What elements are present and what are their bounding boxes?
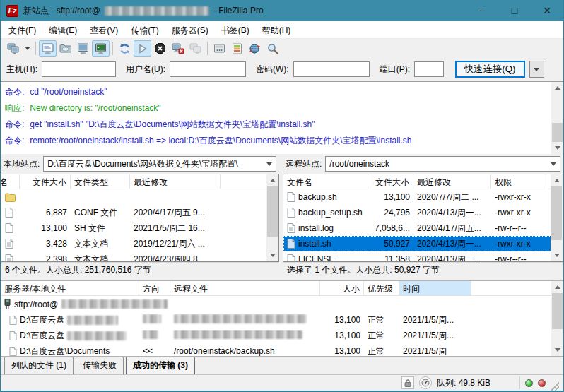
scroll-up-icon[interactable] [551,281,563,293]
column-header-filler [471,281,563,295]
column-header-perm[interactable]: 权限 [491,174,546,189]
column-header-time[interactable]: 时间 [399,281,471,295]
password-input[interactable] [293,61,370,77]
column-header-name[interactable]: 文件名 [283,174,368,189]
scrollbar-thumb[interactable] [267,186,278,237]
column-header-remote-file[interactable]: 远程文件 [170,281,320,295]
column-header-modified[interactable]: 最近修改 [130,174,221,189]
tab-queued-files[interactable]: 列队的文件 (1) [4,357,74,374]
column-header-type[interactable]: 文件类型 [71,174,130,189]
column-header-modified[interactable]: 最近修改 [413,174,491,189]
scrollbar-thumb[interactable] [552,293,563,329]
scrollbar-thumb[interactable] [552,123,563,142]
local-file-row[interactable]: 3,428 文本文档 2019/12/21/周六 ... [1,236,278,251]
menu-help[interactable]: 帮助(H) [256,21,298,38]
scroll-down-icon[interactable] [266,249,278,261]
remote-list-scrollbar[interactable] [551,174,563,261]
synchronized-browsing-icon[interactable] [246,40,264,57]
site-manager-dropdown-icon[interactable] [22,40,33,57]
scroll-down-icon[interactable] [551,344,563,356]
directory-comparison-icon[interactable] [228,40,246,57]
port-input[interactable] [414,61,444,77]
username-input[interactable] [170,61,246,77]
column-header-size[interactable]: 文件大小 [368,174,413,189]
disconnect-icon[interactable] [169,40,187,57]
scroll-up-icon[interactable] [551,82,563,94]
remote-file-row[interactable]: backup_setup.sh 24,795 2020/4/13/周一... -… [283,205,563,220]
column-header-name[interactable]: 文件名 [1,174,20,189]
local-file-row[interactable]: 6,887 CONF 文件 2020/4/17/周五 9... [1,205,278,220]
column-header-size[interactable]: 文件大小 [20,174,71,189]
local-file-row[interactable] [1,189,278,205]
file-name: install.sh [298,239,331,249]
combo-dropdown-icon[interactable] [266,162,272,166]
local-list-scrollbar[interactable] [266,174,278,261]
queue-row[interactable]: D:\百度云盘 13,100 正常 2021/1/5/周... [1,312,563,328]
menu-transfer[interactable]: 传输(T) [124,21,165,38]
scroll-down-icon[interactable] [551,249,563,261]
file-icon [287,254,295,262]
file-icon [5,208,13,218]
local-path-value: D:\百度云盘\Documents\网站数据文件夹\宝塔配置\ [47,158,237,170]
remote-file-row[interactable]: install.log 7,058,6... 2020/4/17/周五... -… [283,220,563,236]
file-icon [9,331,17,340]
minimize-button[interactable]: − [466,0,498,21]
quickconnect-dropdown-icon[interactable] [529,61,544,78]
log-scrollbar[interactable] [551,82,563,154]
speed-limits-icon[interactable] [419,376,432,389]
remote-path-combobox[interactable]: /root/oneinstack [325,156,560,172]
scrollbar-thumb[interactable] [551,186,562,240]
tab-successful-transfers[interactable]: 成功的传输 (3) [126,357,195,374]
queue-remote-file: /root/oneinstack/backup.sh [170,346,320,356]
file-size: 24,795 [368,208,413,218]
scroll-up-icon[interactable] [266,174,278,186]
queue-priority: 正常 [364,330,399,342]
local-path-combobox[interactable]: D:\百度云盘\Documents\网站数据文件夹\宝塔配置\ [43,156,276,172]
column-header-priority[interactable]: 优先级 [364,281,399,295]
file-size: 3,428 [20,239,71,249]
column-header-direction[interactable]: 方向 [139,281,170,295]
toggle-transfer-queue-icon[interactable] [92,40,110,57]
queue-server-row[interactable]: sftp://root@ [1,296,563,312]
process-queue-icon[interactable] [134,40,151,57]
resize-grip[interactable] [551,382,559,391]
quickconnect-button[interactable]: 快速连接(Q) [455,61,525,78]
local-file-row[interactable]: 13,100 SH 文件 2021/1/5/周二 16... [1,220,278,236]
local-file-row[interactable]: 2,398 文本文档 2020/4/23/周四 8 [1,251,278,262]
close-button[interactable]: ✕ [531,0,563,21]
refresh-icon[interactable] [116,40,134,57]
reconnect-icon[interactable] [187,40,204,57]
toggle-message-log-icon[interactable] [39,40,57,57]
cancel-operation-icon[interactable] [151,40,169,57]
menu-edit[interactable]: 编辑(E) [42,21,83,38]
toggle-local-tree-icon[interactable] [57,40,74,57]
queue-time: 2021/1/5/周 [399,345,471,357]
toggle-remote-tree-icon[interactable] [74,40,92,57]
scroll-down-icon[interactable] [551,142,563,154]
remote-file-row-selected[interactable]: install.sh 50,927 2020/4/13/周一... -rwxr-… [283,236,563,251]
column-header-size[interactable]: 大小 [320,281,364,295]
remote-file-row[interactable]: backup.sh 13,100 2020/7/7/周二 ... -rwxr-x… [283,189,563,205]
host-input[interactable] [42,61,116,77]
menu-server[interactable]: 服务器(S) [165,21,215,38]
site-manager-icon[interactable] [4,40,22,57]
queue-row[interactable]: D:\百度云盘\Documents << /root/oneinstack/ba… [1,343,563,357]
local-list-header: 文件名 文件大小 文件类型 最近修改 [1,174,278,189]
menu-bookmarks[interactable]: 书签(B) [215,21,256,38]
queue-scrollbar[interactable] [551,281,563,356]
file-icon [287,239,295,249]
column-header-local-file[interactable]: 服务器/本地文件 [1,281,139,295]
menu-file[interactable]: 文件(F) [2,21,42,38]
queue-direction: << [139,346,170,356]
queue-row[interactable]: D:\百度云盘 13,100 正常 2021/1/5/周... [1,328,563,343]
file-name: backup.sh [298,192,337,202]
search-files-icon[interactable] [264,40,281,57]
remote-file-row[interactable]: LICENSE 11,358 2020/4/13/周一... -rw-r--r-… [283,251,563,262]
lock-icon[interactable] [401,376,414,389]
tab-failed-transfers[interactable]: 传输失败 [76,357,124,374]
maximize-button[interactable]: □ [498,0,531,21]
directory-filters-icon[interactable] [211,40,228,57]
combo-dropdown-icon[interactable] [551,162,556,166]
scroll-up-icon[interactable] [551,174,563,186]
menu-view[interactable]: 查看(V) [83,21,124,38]
